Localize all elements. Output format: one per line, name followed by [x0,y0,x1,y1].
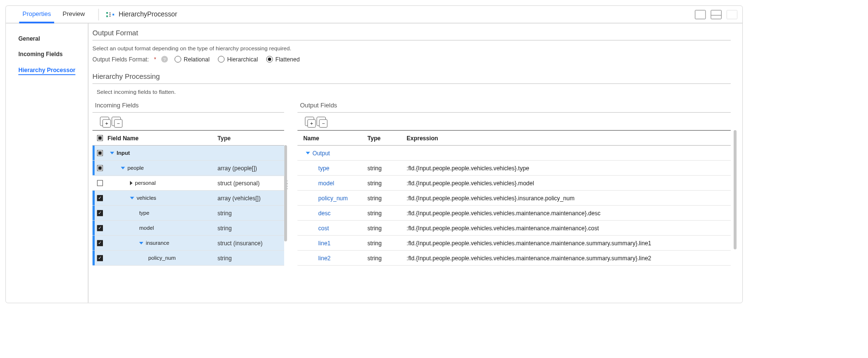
collapse-all-button[interactable]: − [112,117,121,126]
field-name: people [128,164,144,171]
output-root-row[interactable]: Output [297,146,730,161]
layout-detached-icon[interactable] [726,10,737,19]
out-expand-all-button[interactable]: + [305,117,314,126]
radio-flattened[interactable]: Flattened [266,56,300,63]
left-nav: General Incoming Fields Hierarchy Proces… [6,23,88,303]
col-field-name: Field Name [107,134,217,141]
row-checkbox[interactable] [97,225,103,231]
output-row[interactable]: typestring:fld.{Input.people.people.vehi… [297,161,730,176]
hierarchy-processing-hint: Select incoming fields to flatten. [92,84,731,99]
help-icon[interactable]: ? [161,56,168,63]
chevron-down-icon[interactable] [306,151,310,154]
output-field-expression: :fld.{Input.people.people.vehicles.vehic… [406,209,731,216]
field-type: array (vehicles[]) [217,194,284,201]
hierarchy-processing-title: Hierarchy Processing [92,67,731,84]
expand-all-button[interactable]: + [100,117,109,126]
out-col-type: Type [367,134,406,141]
incoming-panel: Incoming Fields + − Field Name Type I [92,99,284,266]
radio-hierarchical[interactable]: Hierarchical [218,56,258,63]
incoming-row[interactable]: personalstruct (personal) [92,176,284,191]
output-panel-title: Output Fields [297,99,730,113]
output-row[interactable]: policy_numstring:fld.{Input.people.peopl… [297,191,730,206]
chevron-down-icon[interactable] [110,151,115,154]
tab-preview[interactable]: Preview [57,6,91,23]
row-checkbox[interactable] [97,195,103,201]
top-tabs: Properties Preview [16,6,90,23]
output-row[interactable]: coststring:fld.{Input.people.people.vehi… [297,221,730,236]
output-row[interactable]: line2string:fld.{Input.people.people.veh… [297,251,730,266]
incoming-toolbar: + − [92,113,284,130]
row-checkbox[interactable] [97,150,103,156]
layout-single-icon[interactable] [695,10,706,19]
output-field-expression: :fld.{Input.people.people.vehicles.vehic… [406,194,731,201]
select-all-checkbox[interactable] [97,135,103,141]
field-name: type [139,210,149,216]
row-checkbox[interactable] [97,210,103,216]
chevron-down-icon[interactable] [130,196,134,199]
output-root-label[interactable]: Output [313,149,330,156]
output-table-scroll: Name Type Expression Output [297,130,730,266]
incoming-row[interactable]: Input [92,146,284,161]
output-field-name[interactable]: policy_num [318,194,348,201]
output-table: Name Type Expression Output [297,130,730,266]
incoming-row[interactable]: typestring [92,206,284,221]
field-name: personal [135,180,156,186]
row-checkbox[interactable] [97,255,103,261]
field-name: vehicles [137,195,156,201]
output-row[interactable]: descstring:fld.{Input.people.people.vehi… [297,206,730,221]
output-format-radio-group: Relational Hierarchical Flattened [174,56,304,63]
chevron-down-icon[interactable] [121,166,125,169]
incoming-row[interactable]: vehiclesarray (vehicles[]) [92,191,284,206]
output-scrollbar[interactable] [734,130,737,266]
nav-general[interactable]: General [6,31,88,47]
required-asterisk: * [154,56,156,63]
radio-relational[interactable]: Relational [174,56,210,63]
radio-circle-icon [266,56,273,63]
row-checkbox[interactable] [97,240,103,246]
output-field-name[interactable]: model [318,179,334,186]
output-row[interactable]: line1string:fld.{Input.people.people.veh… [297,236,730,251]
incoming-row[interactable]: peoplearray (people[]) [92,161,284,176]
layout-icons [695,10,738,19]
field-name: model [139,225,154,231]
output-field-name[interactable]: desc [318,209,331,216]
hierarchy-processor-icon [106,10,115,18]
output-field-expression: :fld.{Input.people.people.vehicles.vehic… [406,164,731,171]
output-row[interactable]: modelstring:fld.{Input.people.people.veh… [297,176,730,191]
output-field-name[interactable]: line2 [318,254,331,261]
out-collapse-all-button[interactable]: − [317,117,326,126]
output-field-name[interactable]: line1 [318,239,331,246]
nav-general-label: General [18,35,40,42]
app-frame: Properties Preview HierarchyProcessor [5,5,743,303]
processor-title-wrap: HierarchyProcessor [106,10,177,18]
layout-split-icon[interactable] [711,10,722,19]
fields-columns: Incoming Fields + − Field Name Type I [92,99,731,266]
row-checkbox[interactable] [97,180,103,186]
nav-incoming-fields[interactable]: Incoming Fields [6,47,88,63]
output-toolbar: + − [297,113,730,130]
incoming-row[interactable]: policy_numstring [92,251,284,266]
output-table-header: Name Type Expression [297,131,730,146]
field-type: array (people[]) [217,164,284,171]
field-type: struct (insurance) [217,239,284,246]
incoming-row[interactable]: modelstring [92,221,284,236]
radio-relational-label: Relational [184,56,210,63]
output-field-name[interactable]: cost [318,224,329,231]
output-field-expression: :fld.{Input.people.people.vehicles.vehic… [406,224,731,231]
incoming-row[interactable]: insurancestruct (insurance) [92,236,284,251]
radio-circle-icon [174,56,181,63]
row-checkbox[interactable] [97,165,103,171]
nav-hierarchy-processor[interactable]: Hierarchy Processor [6,62,88,78]
radio-hierarchical-label: Hierarchical [227,56,258,63]
svg-rect-1 [106,15,108,16]
incoming-scrollbar[interactable] [284,145,287,266]
output-field-type: string [367,194,406,201]
incoming-panel-title: Incoming Fields [92,99,284,113]
output-field-type: string [367,239,406,246]
output-field-expression: :fld.{Input.people.people.vehicles.vehic… [406,179,731,186]
chevron-down-icon[interactable] [139,242,144,244]
tab-properties[interactable]: Properties [16,6,57,23]
chevron-right-icon[interactable] [130,181,132,185]
output-field-name[interactable]: type [318,164,330,171]
svg-point-5 [109,15,110,16]
